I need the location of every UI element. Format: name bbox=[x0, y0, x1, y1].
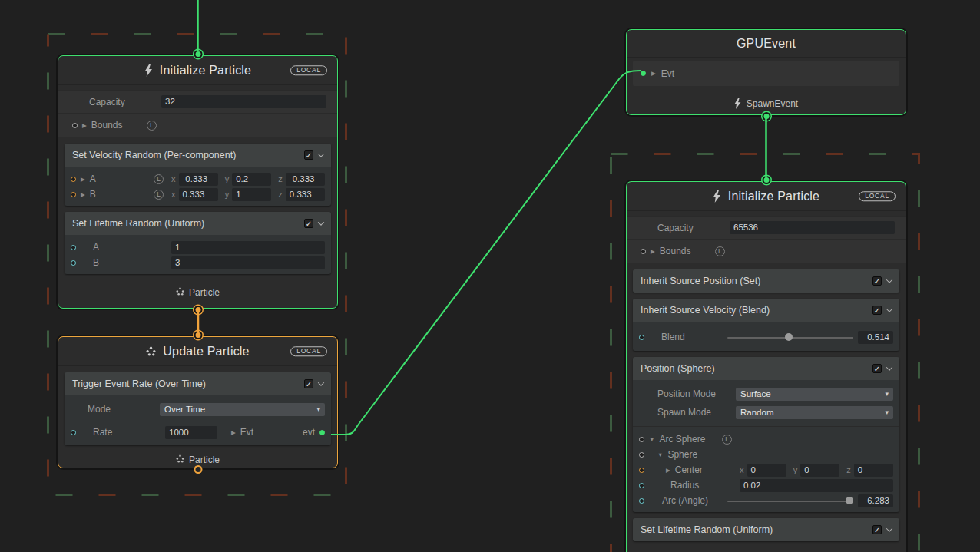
foldout-icon[interactable]: ▶ bbox=[82, 122, 87, 129]
block-header[interactable]: Trigger Event Rate (Over Time) ✓ bbox=[65, 372, 331, 395]
initialize-particle-node-right[interactable]: Initialize Particle LOCAL Capacity 65536… bbox=[626, 181, 906, 552]
z-field[interactable]: -0.333 bbox=[286, 173, 325, 186]
z-field[interactable]: 0 bbox=[854, 464, 893, 477]
float-port[interactable] bbox=[71, 260, 76, 266]
foldout-icon[interactable]: ▶ bbox=[651, 248, 655, 255]
enabled-checkbox[interactable]: ✓ bbox=[304, 219, 313, 228]
slider-track[interactable] bbox=[727, 501, 853, 502]
space-badge[interactable]: LOCAL bbox=[859, 191, 896, 202]
collapse-chevron-icon[interactable] bbox=[886, 364, 892, 370]
initialize-particle-node-left[interactable]: Initialize Particle LOCAL Capacity 32 ▶ … bbox=[58, 55, 338, 309]
flow-output-port[interactable] bbox=[195, 467, 200, 472]
block-header[interactable]: Position (Sphere) ✓ bbox=[633, 357, 899, 380]
node-header[interactable]: GPUEvent bbox=[627, 30, 906, 58]
float-port[interactable] bbox=[639, 483, 644, 488]
position-mode-dropdown[interactable]: Surface ▾ bbox=[736, 388, 893, 401]
space-badge[interactable]: LOCAL bbox=[290, 346, 327, 357]
vector-port[interactable] bbox=[639, 468, 644, 473]
event-input-port[interactable] bbox=[641, 71, 646, 76]
spawn-mode-dropdown[interactable]: Random ▾ bbox=[736, 406, 893, 419]
y-field[interactable]: 1 bbox=[232, 188, 271, 201]
mode-dropdown[interactable]: Over Time ▾ bbox=[160, 403, 325, 416]
foldout-open-icon[interactable]: ▼ bbox=[649, 436, 654, 443]
float-port[interactable] bbox=[639, 498, 644, 504]
foldout-icon[interactable]: ▶ bbox=[81, 191, 85, 198]
value-field[interactable]: 3 bbox=[171, 256, 325, 269]
block-header[interactable]: Set Lifetime Random (Uniform) ✓ bbox=[633, 518, 899, 541]
collapse-chevron-icon[interactable] bbox=[318, 219, 324, 225]
capacity-field[interactable]: 65536 bbox=[730, 221, 895, 234]
collapse-chevron-icon[interactable] bbox=[318, 379, 324, 385]
enabled-checkbox[interactable]: ✓ bbox=[872, 525, 882, 534]
enabled-checkbox[interactable]: ✓ bbox=[304, 379, 313, 388]
block-header[interactable]: Set Velocity Random (Per-component) ✓ bbox=[65, 144, 331, 167]
bounds-port[interactable] bbox=[641, 249, 646, 254]
x-field[interactable]: -0.333 bbox=[179, 173, 218, 186]
block-set-lifetime-random[interactable]: Set Lifetime Random (Uniform) ✓ A 1 B 3 bbox=[65, 212, 331, 274]
sphere-port[interactable] bbox=[639, 452, 644, 458]
collapse-chevron-icon[interactable] bbox=[886, 306, 892, 312]
block-set-lifetime-random[interactable]: Set Lifetime Random (Uniform) ✓ bbox=[633, 518, 899, 541]
vfx-graph-canvas[interactable]: Initialize Particle LOCAL Capacity 32 ▶ … bbox=[0, 0, 980, 552]
foldout-icon[interactable]: ▶ bbox=[666, 467, 670, 474]
block-trigger-event-rate[interactable]: Trigger Event Rate (Over Time) ✓ Mode Ov… bbox=[65, 372, 331, 445]
vector-port[interactable] bbox=[71, 192, 76, 197]
node-header[interactable]: Initialize Particle LOCAL bbox=[58, 56, 337, 85]
x-field[interactable]: 0 bbox=[747, 464, 786, 477]
flow-input-port[interactable] bbox=[195, 51, 200, 57]
enabled-checkbox[interactable]: ✓ bbox=[872, 306, 882, 315]
block-position-sphere[interactable]: Position (Sphere) ✓ Position Mode Surfac… bbox=[633, 357, 899, 512]
node-header[interactable]: Update Particle LOCAL bbox=[58, 337, 337, 366]
local-space-icon[interactable]: L bbox=[154, 174, 164, 184]
enabled-checkbox[interactable]: ✓ bbox=[304, 150, 313, 160]
slider-handle[interactable] bbox=[846, 497, 853, 504]
collapse-chevron-icon[interactable] bbox=[886, 525, 892, 531]
x-field[interactable]: 0.333 bbox=[179, 188, 218, 201]
arc-angle-slider[interactable] bbox=[727, 494, 853, 507]
foldout-icon[interactable]: ▶ bbox=[81, 176, 85, 183]
block-header[interactable]: Inherit Source Position (Set) ✓ bbox=[633, 269, 899, 293]
bounds-port[interactable] bbox=[72, 123, 78, 128]
local-space-icon[interactable]: L bbox=[154, 190, 164, 200]
local-space-icon[interactable]: L bbox=[715, 246, 725, 256]
local-space-icon[interactable]: L bbox=[722, 435, 732, 445]
block-header[interactable]: Inherit Source Velocity (Blend) ✓ bbox=[633, 299, 899, 322]
foldout-open-icon[interactable]: ▼ bbox=[657, 451, 663, 458]
y-field[interactable]: 0 bbox=[800, 464, 839, 477]
collapse-chevron-icon[interactable] bbox=[318, 150, 324, 157]
foldout-icon[interactable]: ▶ bbox=[651, 70, 656, 77]
flow-output-port[interactable] bbox=[195, 307, 200, 312]
arc-sphere-port[interactable] bbox=[639, 437, 644, 442]
gpu-event-node[interactable]: GPUEvent ▶ Evt SpawnEvent bbox=[626, 29, 906, 115]
z-field[interactable]: 0.333 bbox=[286, 188, 325, 201]
blend-slider[interactable] bbox=[727, 331, 853, 344]
float-port[interactable] bbox=[71, 430, 76, 435]
space-badge[interactable]: LOCAL bbox=[290, 65, 327, 76]
event-output-port[interactable] bbox=[763, 114, 769, 119]
block-inherit-source-position[interactable]: Inherit Source Position (Set) ✓ bbox=[633, 269, 899, 293]
collapse-chevron-icon[interactable] bbox=[886, 276, 892, 283]
radius-field[interactable]: 0.02 bbox=[740, 479, 893, 492]
y-field[interactable]: 0.2 bbox=[232, 173, 271, 186]
local-space-icon[interactable]: L bbox=[147, 121, 157, 131]
block-set-velocity-random[interactable]: Set Velocity Random (Per-component) ✓ ▶ … bbox=[65, 144, 331, 206]
value-field[interactable]: 1 bbox=[171, 241, 325, 254]
block-header[interactable]: Set Lifetime Random (Uniform) ✓ bbox=[65, 212, 331, 235]
event-output-port[interactable] bbox=[319, 430, 325, 435]
slider-handle[interactable] bbox=[785, 333, 793, 341]
enabled-checkbox[interactable]: ✓ bbox=[872, 364, 882, 373]
block-inherit-source-velocity[interactable]: Inherit Source Velocity (Blend) ✓ Blend … bbox=[633, 299, 899, 351]
update-particle-node[interactable]: Update Particle LOCAL Trigger Event Rate… bbox=[58, 336, 338, 468]
vector-port[interactable] bbox=[71, 177, 76, 182]
blend-field[interactable]: 0.514 bbox=[858, 331, 893, 344]
enabled-checkbox[interactable]: ✓ bbox=[872, 276, 882, 286]
float-port[interactable] bbox=[71, 245, 76, 250]
node-header[interactable]: Initialize Particle LOCAL bbox=[627, 182, 906, 211]
foldout-icon[interactable]: ▶ bbox=[231, 429, 236, 436]
arc-angle-field[interactable]: 6.283 bbox=[858, 494, 893, 507]
flow-input-port[interactable] bbox=[763, 177, 769, 183]
flow-input-port[interactable] bbox=[195, 332, 200, 338]
rate-field[interactable]: 1000 bbox=[165, 426, 217, 439]
float-port[interactable] bbox=[639, 335, 644, 340]
capacity-field[interactable]: 32 bbox=[161, 95, 326, 108]
